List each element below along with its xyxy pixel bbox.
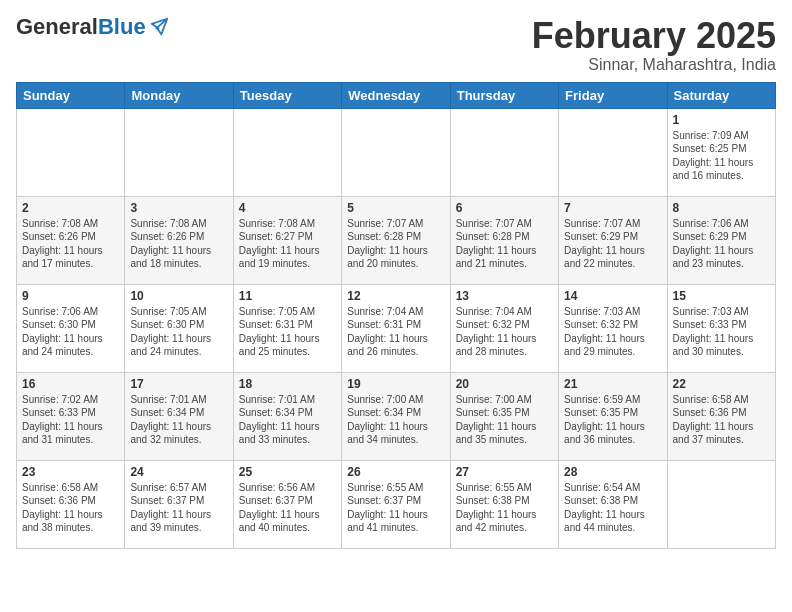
calendar-cell: 20Sunrise: 7:00 AM Sunset: 6:35 PM Dayli…	[450, 372, 558, 460]
day-info: Sunrise: 6:58 AM Sunset: 6:36 PM Dayligh…	[22, 481, 119, 535]
week-row-5: 23Sunrise: 6:58 AM Sunset: 6:36 PM Dayli…	[17, 460, 776, 548]
calendar-cell: 22Sunrise: 6:58 AM Sunset: 6:36 PM Dayli…	[667, 372, 775, 460]
calendar-cell: 5Sunrise: 7:07 AM Sunset: 6:28 PM Daylig…	[342, 196, 450, 284]
calendar-cell	[125, 108, 233, 196]
day-info: Sunrise: 7:07 AM Sunset: 6:29 PM Dayligh…	[564, 217, 661, 271]
day-info: Sunrise: 7:03 AM Sunset: 6:33 PM Dayligh…	[673, 305, 770, 359]
day-number: 22	[673, 377, 770, 391]
calendar-cell	[559, 108, 667, 196]
day-number: 1	[673, 113, 770, 127]
calendar-cell: 12Sunrise: 7:04 AM Sunset: 6:31 PM Dayli…	[342, 284, 450, 372]
calendar-cell: 7Sunrise: 7:07 AM Sunset: 6:29 PM Daylig…	[559, 196, 667, 284]
calendar-cell: 27Sunrise: 6:55 AM Sunset: 6:38 PM Dayli…	[450, 460, 558, 548]
day-info: Sunrise: 7:03 AM Sunset: 6:32 PM Dayligh…	[564, 305, 661, 359]
day-info: Sunrise: 7:01 AM Sunset: 6:34 PM Dayligh…	[239, 393, 336, 447]
weekday-thursday: Thursday	[450, 82, 558, 108]
day-number: 2	[22, 201, 119, 215]
calendar-cell	[233, 108, 341, 196]
day-info: Sunrise: 7:07 AM Sunset: 6:28 PM Dayligh…	[456, 217, 553, 271]
day-info: Sunrise: 7:05 AM Sunset: 6:31 PM Dayligh…	[239, 305, 336, 359]
day-number: 23	[22, 465, 119, 479]
calendar-cell: 9Sunrise: 7:06 AM Sunset: 6:30 PM Daylig…	[17, 284, 125, 372]
calendar-cell: 4Sunrise: 7:08 AM Sunset: 6:27 PM Daylig…	[233, 196, 341, 284]
day-info: Sunrise: 7:02 AM Sunset: 6:33 PM Dayligh…	[22, 393, 119, 447]
weekday-monday: Monday	[125, 82, 233, 108]
day-info: Sunrise: 7:05 AM Sunset: 6:30 PM Dayligh…	[130, 305, 227, 359]
calendar-cell: 3Sunrise: 7:08 AM Sunset: 6:26 PM Daylig…	[125, 196, 233, 284]
day-info: Sunrise: 7:09 AM Sunset: 6:25 PM Dayligh…	[673, 129, 770, 183]
day-info: Sunrise: 7:08 AM Sunset: 6:27 PM Dayligh…	[239, 217, 336, 271]
day-number: 6	[456, 201, 553, 215]
day-info: Sunrise: 7:06 AM Sunset: 6:30 PM Dayligh…	[22, 305, 119, 359]
day-info: Sunrise: 7:06 AM Sunset: 6:29 PM Dayligh…	[673, 217, 770, 271]
calendar-cell: 21Sunrise: 6:59 AM Sunset: 6:35 PM Dayli…	[559, 372, 667, 460]
week-row-2: 2Sunrise: 7:08 AM Sunset: 6:26 PM Daylig…	[17, 196, 776, 284]
month-title: February 2025	[532, 16, 776, 56]
calendar-cell: 16Sunrise: 7:02 AM Sunset: 6:33 PM Dayli…	[17, 372, 125, 460]
calendar-cell: 19Sunrise: 7:00 AM Sunset: 6:34 PM Dayli…	[342, 372, 450, 460]
day-number: 4	[239, 201, 336, 215]
day-info: Sunrise: 7:08 AM Sunset: 6:26 PM Dayligh…	[22, 217, 119, 271]
day-number: 25	[239, 465, 336, 479]
calendar-cell: 28Sunrise: 6:54 AM Sunset: 6:38 PM Dayli…	[559, 460, 667, 548]
day-number: 11	[239, 289, 336, 303]
day-number: 10	[130, 289, 227, 303]
day-number: 8	[673, 201, 770, 215]
calendar-cell: 17Sunrise: 7:01 AM Sunset: 6:34 PM Dayli…	[125, 372, 233, 460]
calendar-cell: 8Sunrise: 7:06 AM Sunset: 6:29 PM Daylig…	[667, 196, 775, 284]
weekday-wednesday: Wednesday	[342, 82, 450, 108]
logo-bird-icon	[148, 16, 170, 38]
calendar-cell: 14Sunrise: 7:03 AM Sunset: 6:32 PM Dayli…	[559, 284, 667, 372]
calendar-cell: 2Sunrise: 7:08 AM Sunset: 6:26 PM Daylig…	[17, 196, 125, 284]
logo-general: GeneralBlue	[16, 16, 146, 38]
day-info: Sunrise: 6:56 AM Sunset: 6:37 PM Dayligh…	[239, 481, 336, 535]
day-info: Sunrise: 7:04 AM Sunset: 6:31 PM Dayligh…	[347, 305, 444, 359]
calendar-cell: 23Sunrise: 6:58 AM Sunset: 6:36 PM Dayli…	[17, 460, 125, 548]
day-number: 27	[456, 465, 553, 479]
day-number: 20	[456, 377, 553, 391]
day-info: Sunrise: 6:59 AM Sunset: 6:35 PM Dayligh…	[564, 393, 661, 447]
day-number: 12	[347, 289, 444, 303]
day-info: Sunrise: 7:04 AM Sunset: 6:32 PM Dayligh…	[456, 305, 553, 359]
day-number: 13	[456, 289, 553, 303]
calendar-cell: 25Sunrise: 6:56 AM Sunset: 6:37 PM Dayli…	[233, 460, 341, 548]
weekday-saturday: Saturday	[667, 82, 775, 108]
calendar-cell	[17, 108, 125, 196]
day-info: Sunrise: 7:07 AM Sunset: 6:28 PM Dayligh…	[347, 217, 444, 271]
day-number: 15	[673, 289, 770, 303]
week-row-3: 9Sunrise: 7:06 AM Sunset: 6:30 PM Daylig…	[17, 284, 776, 372]
weekday-tuesday: Tuesday	[233, 82, 341, 108]
day-number: 3	[130, 201, 227, 215]
day-info: Sunrise: 7:01 AM Sunset: 6:34 PM Dayligh…	[130, 393, 227, 447]
week-row-4: 16Sunrise: 7:02 AM Sunset: 6:33 PM Dayli…	[17, 372, 776, 460]
calendar-cell: 26Sunrise: 6:55 AM Sunset: 6:37 PM Dayli…	[342, 460, 450, 548]
day-number: 28	[564, 465, 661, 479]
calendar-cell: 6Sunrise: 7:07 AM Sunset: 6:28 PM Daylig…	[450, 196, 558, 284]
day-number: 16	[22, 377, 119, 391]
calendar-cell	[342, 108, 450, 196]
day-number: 17	[130, 377, 227, 391]
calendar-cell: 1Sunrise: 7:09 AM Sunset: 6:25 PM Daylig…	[667, 108, 775, 196]
calendar-cell	[450, 108, 558, 196]
day-number: 19	[347, 377, 444, 391]
calendar-cell: 18Sunrise: 7:01 AM Sunset: 6:34 PM Dayli…	[233, 372, 341, 460]
calendar-cell: 10Sunrise: 7:05 AM Sunset: 6:30 PM Dayli…	[125, 284, 233, 372]
day-number: 5	[347, 201, 444, 215]
day-number: 21	[564, 377, 661, 391]
day-info: Sunrise: 6:54 AM Sunset: 6:38 PM Dayligh…	[564, 481, 661, 535]
page-header: GeneralBlue February 2025 Sinnar, Mahara…	[16, 16, 776, 74]
calendar-cell: 24Sunrise: 6:57 AM Sunset: 6:37 PM Dayli…	[125, 460, 233, 548]
calendar-cell: 13Sunrise: 7:04 AM Sunset: 6:32 PM Dayli…	[450, 284, 558, 372]
day-number: 7	[564, 201, 661, 215]
day-number: 18	[239, 377, 336, 391]
day-number: 9	[22, 289, 119, 303]
weekday-header-row: SundayMondayTuesdayWednesdayThursdayFrid…	[17, 82, 776, 108]
day-info: Sunrise: 6:57 AM Sunset: 6:37 PM Dayligh…	[130, 481, 227, 535]
day-number: 14	[564, 289, 661, 303]
weekday-friday: Friday	[559, 82, 667, 108]
calendar-cell	[667, 460, 775, 548]
calendar-cell: 15Sunrise: 7:03 AM Sunset: 6:33 PM Dayli…	[667, 284, 775, 372]
day-info: Sunrise: 7:00 AM Sunset: 6:35 PM Dayligh…	[456, 393, 553, 447]
day-info: Sunrise: 7:00 AM Sunset: 6:34 PM Dayligh…	[347, 393, 444, 447]
day-number: 26	[347, 465, 444, 479]
